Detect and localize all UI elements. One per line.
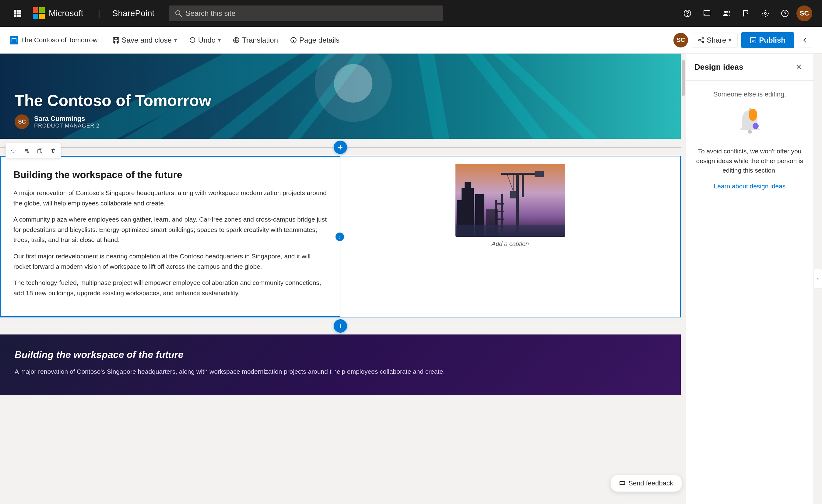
notification-bell-icon [735, 106, 765, 139]
search-input[interactable] [185, 9, 437, 18]
author-name: Sara Cummings [34, 115, 99, 123]
svg-rect-67 [748, 130, 752, 134]
image-column[interactable]: Add a caption [340, 156, 680, 317]
svg-rect-0 [14, 10, 16, 12]
author-info: Sara Cummings PRODUCT MANAGER 2 [34, 115, 99, 129]
author-avatar: SC [15, 114, 29, 129]
svg-point-25 [702, 37, 704, 39]
help-icon[interactable] [680, 5, 695, 21]
author-role: PRODUCT MANAGER 2 [34, 123, 99, 129]
collapse-button[interactable] [798, 33, 812, 47]
flag-icon[interactable] [738, 5, 754, 21]
design-panel-title: Design ideas [695, 62, 743, 72]
svg-point-70 [753, 123, 759, 129]
svg-rect-3 [14, 12, 16, 15]
editor-avatar: SC [674, 33, 688, 47]
share-dropdown-arrow[interactable]: ▾ [729, 37, 731, 43]
paragraph-1[interactable]: A major renovation of Contoso's Singapor… [13, 188, 328, 208]
content-section: ⋮ Building the workspace of the future A… [0, 156, 681, 318]
edit-section-settings-button[interactable] [20, 144, 33, 157]
svg-rect-4 [17, 12, 19, 15]
design-panel-header: Design ideas ✕ [686, 54, 813, 81]
page-scrollbar[interactable] [681, 54, 686, 504]
save-close-button[interactable]: Save and close ▾ [108, 33, 182, 47]
microsoft-logo[interactable]: Microsoft [33, 7, 83, 19]
send-feedback-label: Send feedback [629, 479, 673, 487]
share-button[interactable]: Share ▾ [692, 33, 738, 48]
column-drag-handle[interactable]: ⋮ [336, 232, 344, 241]
svg-rect-10 [39, 7, 45, 13]
svg-line-29 [700, 40, 702, 42]
hero-author: SC Sara Cummings PRODUCT MANAGER 2 [15, 114, 666, 129]
microsoft-label: Microsoft [49, 9, 83, 18]
dark-section-heading: Building the workspace of the future [15, 349, 666, 360]
svg-rect-66 [455, 224, 565, 237]
question-icon[interactable]: ? [777, 5, 793, 21]
search-box[interactable] [169, 5, 443, 21]
two-column-layout: ⋮ Building the workspace of the future A… [1, 156, 680, 317]
move-button[interactable] [7, 144, 19, 157]
add-section-btn-top[interactable]: + [334, 141, 347, 154]
svg-rect-7 [17, 15, 19, 17]
svg-rect-61 [495, 203, 504, 204]
svg-rect-12 [39, 14, 45, 19]
collapse-right-btn[interactable]: › [814, 269, 822, 289]
svg-rect-6 [14, 15, 16, 17]
svg-rect-55 [535, 171, 544, 177]
svg-rect-5 [19, 12, 21, 15]
comment-icon[interactable] [699, 5, 715, 21]
scrollbar-thumb[interactable] [682, 60, 685, 96]
main-container: The Contoso of Tomorrow SC Sara Cummings… [0, 54, 822, 504]
svg-text:?: ? [784, 11, 787, 16]
design-ideas-panel: Design ideas ✕ Someone else is editing. [686, 54, 813, 504]
close-design-panel-button[interactable]: ✕ [793, 61, 805, 73]
undo-dropdown-arrow[interactable]: ▾ [218, 37, 221, 43]
dark-section-paragraph: A major renovation of Contoso's Singapor… [15, 367, 666, 377]
page-icon [10, 36, 18, 44]
send-feedback-button[interactable]: Send feedback [610, 475, 682, 492]
svg-point-18 [728, 11, 730, 13]
paragraph-3[interactable]: Our first major redevelopment is nearing… [13, 251, 328, 272]
svg-point-19 [765, 12, 766, 14]
sharepoint-label: SharePoint [112, 9, 155, 18]
svg-line-28 [700, 39, 702, 40]
save-dropdown-arrow[interactable]: ▾ [174, 37, 177, 43]
publish-button[interactable]: Publish [741, 32, 794, 48]
side-collapse-panel[interactable]: › [813, 54, 822, 504]
duplicate-button[interactable] [34, 144, 46, 157]
editor-toolbar: The Contoso of Tomorrow Save and close ▾… [0, 27, 822, 54]
translation-button[interactable]: Translation [228, 33, 283, 47]
text-column[interactable]: ⋮ Building the workspace of the future A… [1, 156, 340, 317]
paragraph-4[interactable]: The technology-fueled, multiphase projec… [13, 278, 328, 298]
section-heading[interactable]: Building the workspace of the future [13, 169, 328, 180]
settings-icon[interactable] [758, 5, 773, 21]
learn-design-ideas-link[interactable]: Learn about design ideas [714, 182, 786, 190]
page-details-button[interactable]: Page details [285, 33, 344, 47]
paragraph-2[interactable]: A community plaza where employees can ga… [13, 214, 328, 245]
svg-rect-2 [19, 10, 21, 12]
page-content[interactable]: The Contoso of Tomorrow SC Sara Cummings… [0, 54, 681, 504]
conflict-message: To avoid conflicts, we won't offer you d… [695, 146, 805, 175]
svg-point-17 [724, 11, 727, 13]
people-icon[interactable] [719, 5, 734, 21]
construction-image [455, 164, 565, 237]
page-tab[interactable]: The Contoso of Tomorrow [10, 36, 98, 44]
toolbar-right-group: SC Share ▾ Publish [674, 32, 812, 48]
svg-rect-8 [19, 15, 21, 17]
section-toolbar [5, 143, 61, 158]
svg-point-16 [687, 15, 688, 16]
waffle-menu-icon[interactable] [10, 5, 26, 21]
svg-rect-49 [465, 182, 471, 191]
svg-rect-9 [33, 7, 38, 13]
add-section-bottom[interactable]: + [0, 318, 681, 335]
user-avatar[interactable]: SC [796, 5, 812, 21]
undo-button[interactable]: Undo ▾ [184, 33, 226, 47]
add-section-top[interactable]: + [0, 139, 681, 156]
add-section-btn-bottom[interactable]: + [334, 319, 347, 333]
image-caption[interactable]: Add a caption [492, 240, 529, 247]
svg-point-26 [699, 39, 700, 41]
svg-rect-46 [38, 149, 41, 153]
delete-section-button[interactable] [47, 144, 59, 157]
svg-point-41 [27, 151, 29, 153]
hero-section: The Contoso of Tomorrow SC Sara Cummings… [0, 54, 681, 139]
